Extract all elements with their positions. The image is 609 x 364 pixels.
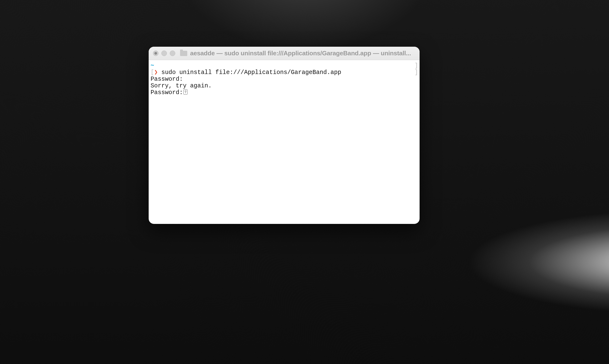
window-close-button[interactable] [153,51,158,56]
output-sorry-line: Sorry, try again. [151,82,212,89]
output-password-prompt-2: Password: [151,89,183,96]
window-title: aesadde — sudo uninstall file:///Applica… [190,50,415,57]
window-titlebar[interactable]: aesadde — sudo uninstall file:///Applica… [149,47,420,60]
window-zoom-button[interactable] [170,51,175,56]
command-text: sudo uninstall file:///Applications/Gara… [161,69,341,76]
cwd-indicator: ~ [151,62,154,69]
terminal-content[interactable]: ~] [❯ sudo uninstall file:///Application… [149,60,420,224]
terminal-window[interactable]: aesadde — sudo uninstall file:///Applica… [149,47,420,224]
folder-icon [180,51,187,56]
prompt-right-bracket: ] [415,63,418,69]
prompt-right-bracket-2: ] [415,69,418,76]
prompt-left-bracket: [ [151,69,154,76]
output-password-prompt-1: Password: [151,76,183,83]
prompt-chevron-icon: ❯ [154,69,158,76]
key-cursor-icon [183,89,188,95]
window-minimize-button[interactable] [161,51,167,56]
